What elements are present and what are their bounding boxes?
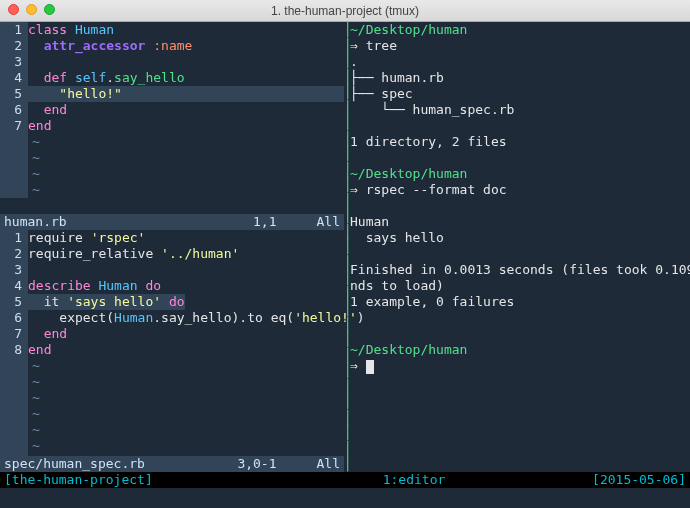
status-pos: 1,1	[253, 214, 276, 230]
cursor-icon	[366, 360, 374, 374]
status-pct: All	[317, 214, 340, 230]
code-area-top[interactable]: class Human attr_accessor :name def self…	[28, 22, 344, 198]
vim-pane-top[interactable]: 1234567 class Human attr_accessor :name …	[0, 22, 344, 214]
status-file: human.rb	[4, 214, 67, 230]
vim-statusline-bottom: spec/human_spec.rb 3,0-1 All	[0, 456, 344, 472]
tmux-date: [2015-05-06]	[592, 472, 686, 488]
window-titlebar: 1. the-human-project (tmux)	[0, 0, 690, 22]
zoom-icon[interactable]	[44, 4, 55, 15]
left-column: 1234567 class Human attr_accessor :name …	[0, 22, 344, 488]
minimize-icon[interactable]	[26, 4, 37, 15]
line-number-gutter: 12345678	[0, 230, 28, 486]
window-title: 1. the-human-project (tmux)	[271, 4, 419, 18]
tmux-statusbar: [the-human-project] 1:editor [2015-05-06…	[0, 472, 690, 488]
status-pct: All	[317, 456, 340, 472]
shell-pane[interactable]: ~/Desktop/human⇒ tree.├── human.rb├── sp…	[350, 22, 690, 488]
tmux-window-name: 1:editor	[153, 472, 592, 488]
vim-statusline-top: human.rb 1,1 All	[0, 214, 344, 230]
status-file: spec/human_spec.rb	[4, 456, 145, 472]
tmux-session-name: [the-human-project]	[4, 472, 153, 488]
line-number-gutter: 1234567	[0, 22, 28, 198]
status-pos: 3,0-1	[237, 456, 276, 472]
close-icon[interactable]	[8, 4, 19, 15]
traffic-lights	[8, 4, 55, 15]
terminal-area[interactable]: 1234567 class Human attr_accessor :name …	[0, 22, 690, 488]
